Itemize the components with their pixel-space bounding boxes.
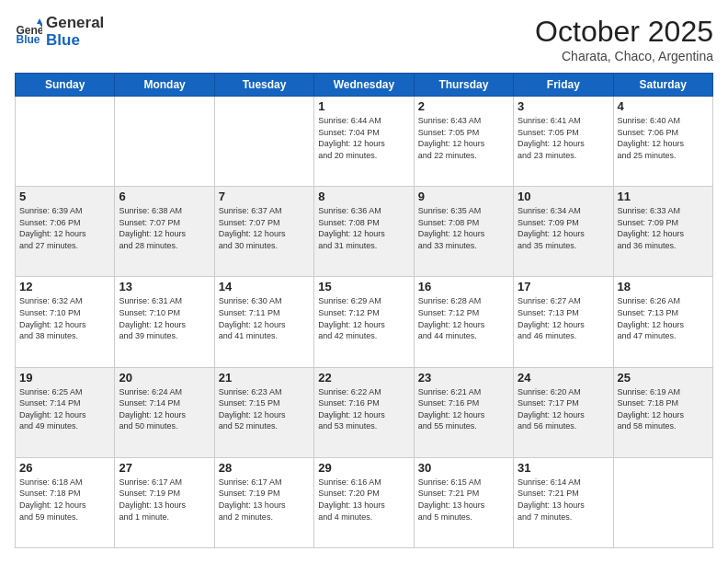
day-number: 21 xyxy=(219,371,310,385)
day-number: 16 xyxy=(418,280,509,293)
day-info: Sunrise: 6:29 AMSunset: 7:12 PMDaylight:… xyxy=(318,295,409,341)
logo-icon: General Blue xyxy=(15,18,42,46)
calendar-cell: 21Sunrise: 6:23 AMSunset: 7:15 PMDayligh… xyxy=(214,367,313,457)
day-number: 4 xyxy=(618,99,709,113)
calendar-cell: 15Sunrise: 6:29 AMSunset: 7:12 PMDayligh… xyxy=(314,277,414,367)
day-number: 10 xyxy=(518,190,609,203)
day-number: 7 xyxy=(219,190,310,203)
day-number: 18 xyxy=(618,280,709,293)
day-info: Sunrise: 6:16 AMSunset: 7:20 PMDaylight:… xyxy=(318,477,409,523)
day-info: Sunrise: 6:24 AMSunset: 7:14 PMDaylight:… xyxy=(119,386,210,432)
day-info: Sunrise: 6:34 AMSunset: 7:09 PMDaylight:… xyxy=(518,205,609,251)
day-info: Sunrise: 6:35 AMSunset: 7:08 PMDaylight:… xyxy=(418,205,509,251)
calendar-cell: 29Sunrise: 6:16 AMSunset: 7:20 PMDayligh… xyxy=(314,457,414,547)
calendar-cell: 8Sunrise: 6:36 AMSunset: 7:08 PMDaylight… xyxy=(314,187,414,277)
day-info: Sunrise: 6:22 AMSunset: 7:16 PMDaylight:… xyxy=(318,386,409,432)
day-info: Sunrise: 6:23 AMSunset: 7:15 PMDaylight:… xyxy=(219,386,310,432)
calendar-cell: 13Sunrise: 6:31 AMSunset: 7:10 PMDayligh… xyxy=(115,277,214,367)
day-info: Sunrise: 6:17 AMSunset: 7:19 PMDaylight:… xyxy=(219,477,310,523)
day-info: Sunrise: 6:39 AMSunset: 7:06 PMDaylight:… xyxy=(19,205,110,251)
day-info: Sunrise: 6:18 AMSunset: 7:18 PMDaylight:… xyxy=(19,477,110,523)
header-wednesday: Wednesday xyxy=(314,74,414,97)
calendar-cell: 18Sunrise: 6:26 AMSunset: 7:13 PMDayligh… xyxy=(613,277,712,367)
calendar-cell: 11Sunrise: 6:33 AMSunset: 7:09 PMDayligh… xyxy=(613,187,712,277)
calendar-cell: 3Sunrise: 6:41 AMSunset: 7:05 PMDaylight… xyxy=(514,97,613,187)
calendar-row: 1Sunrise: 6:44 AMSunset: 7:04 PMDaylight… xyxy=(16,97,713,187)
day-number: 25 xyxy=(618,371,709,385)
day-number: 17 xyxy=(518,280,609,293)
day-info: Sunrise: 6:32 AMSunset: 7:10 PMDaylight:… xyxy=(19,295,110,341)
title-block: October 2025 Charata, Chaco, Argentina xyxy=(535,15,713,63)
calendar-cell: 22Sunrise: 6:22 AMSunset: 7:16 PMDayligh… xyxy=(314,367,414,457)
calendar-cell: 31Sunrise: 6:14 AMSunset: 7:21 PMDayligh… xyxy=(514,457,613,547)
calendar-cell: 28Sunrise: 6:17 AMSunset: 7:19 PMDayligh… xyxy=(214,457,313,547)
month-title: October 2025 xyxy=(535,15,713,49)
day-number: 8 xyxy=(318,190,409,203)
day-info: Sunrise: 6:25 AMSunset: 7:14 PMDaylight:… xyxy=(19,386,110,432)
calendar-cell: 19Sunrise: 6:25 AMSunset: 7:14 PMDayligh… xyxy=(16,367,115,457)
calendar-table: Sunday Monday Tuesday Wednesday Thursday… xyxy=(15,73,713,548)
calendar-row: 5Sunrise: 6:39 AMSunset: 7:06 PMDaylight… xyxy=(16,187,713,277)
day-number: 1 xyxy=(318,99,409,113)
calendar-header-row: Sunday Monday Tuesday Wednesday Thursday… xyxy=(16,74,713,97)
calendar-cell: 30Sunrise: 6:15 AMSunset: 7:21 PMDayligh… xyxy=(414,457,513,547)
calendar-cell xyxy=(214,97,313,187)
day-info: Sunrise: 6:41 AMSunset: 7:05 PMDaylight:… xyxy=(518,115,609,161)
day-number: 19 xyxy=(19,371,110,385)
logo-general: General xyxy=(46,15,104,32)
day-info: Sunrise: 6:28 AMSunset: 7:12 PMDaylight:… xyxy=(418,295,509,341)
calendar-cell: 17Sunrise: 6:27 AMSunset: 7:13 PMDayligh… xyxy=(514,277,613,367)
day-info: Sunrise: 6:27 AMSunset: 7:13 PMDaylight:… xyxy=(518,295,609,341)
day-info: Sunrise: 6:36 AMSunset: 7:08 PMDaylight:… xyxy=(318,205,409,251)
header-friday: Friday xyxy=(514,74,613,97)
calendar-cell: 27Sunrise: 6:17 AMSunset: 7:19 PMDayligh… xyxy=(115,457,214,547)
calendar-cell: 6Sunrise: 6:38 AMSunset: 7:07 PMDaylight… xyxy=(115,187,214,277)
day-info: Sunrise: 6:20 AMSunset: 7:17 PMDaylight:… xyxy=(518,386,609,432)
day-number: 13 xyxy=(119,280,210,293)
logo: General Blue General Blue xyxy=(15,15,104,49)
header-tuesday: Tuesday xyxy=(214,74,313,97)
calendar-cell: 5Sunrise: 6:39 AMSunset: 7:06 PMDaylight… xyxy=(16,187,115,277)
day-info: Sunrise: 6:14 AMSunset: 7:21 PMDaylight:… xyxy=(518,477,609,523)
day-info: Sunrise: 6:19 AMSunset: 7:18 PMDaylight:… xyxy=(618,386,709,432)
calendar-cell: 16Sunrise: 6:28 AMSunset: 7:12 PMDayligh… xyxy=(414,277,513,367)
svg-marker-2 xyxy=(37,18,42,24)
calendar-cell xyxy=(115,97,214,187)
day-number: 31 xyxy=(518,461,609,475)
day-number: 20 xyxy=(119,371,210,385)
day-info: Sunrise: 6:44 AMSunset: 7:04 PMDaylight:… xyxy=(318,115,409,161)
svg-text:Blue: Blue xyxy=(17,33,40,46)
calendar-cell: 26Sunrise: 6:18 AMSunset: 7:18 PMDayligh… xyxy=(16,457,115,547)
calendar-cell: 10Sunrise: 6:34 AMSunset: 7:09 PMDayligh… xyxy=(514,187,613,277)
header-sunday: Sunday xyxy=(16,74,115,97)
day-number: 27 xyxy=(119,461,210,475)
day-number: 11 xyxy=(618,190,709,203)
calendar-cell: 20Sunrise: 6:24 AMSunset: 7:14 PMDayligh… xyxy=(115,367,214,457)
day-number: 5 xyxy=(19,190,110,203)
calendar-cell: 25Sunrise: 6:19 AMSunset: 7:18 PMDayligh… xyxy=(613,367,712,457)
day-number: 3 xyxy=(518,99,609,113)
header-saturday: Saturday xyxy=(613,74,712,97)
day-info: Sunrise: 6:26 AMSunset: 7:13 PMDaylight:… xyxy=(618,295,709,341)
calendar-cell: 24Sunrise: 6:20 AMSunset: 7:17 PMDayligh… xyxy=(514,367,613,457)
day-info: Sunrise: 6:30 AMSunset: 7:11 PMDaylight:… xyxy=(219,295,310,341)
day-info: Sunrise: 6:43 AMSunset: 7:05 PMDaylight:… xyxy=(418,115,509,161)
day-number: 6 xyxy=(119,190,210,203)
calendar-cell: 7Sunrise: 6:37 AMSunset: 7:07 PMDaylight… xyxy=(214,187,313,277)
day-info: Sunrise: 6:33 AMSunset: 7:09 PMDaylight:… xyxy=(618,205,709,251)
day-number: 15 xyxy=(318,280,409,293)
calendar-cell: 4Sunrise: 6:40 AMSunset: 7:06 PMDaylight… xyxy=(613,97,712,187)
header-monday: Monday xyxy=(115,74,214,97)
day-info: Sunrise: 6:31 AMSunset: 7:10 PMDaylight:… xyxy=(119,295,210,341)
calendar-cell: 2Sunrise: 6:43 AMSunset: 7:05 PMDaylight… xyxy=(414,97,513,187)
day-number: 22 xyxy=(318,371,409,385)
day-number: 23 xyxy=(418,371,509,385)
day-number: 26 xyxy=(19,461,110,475)
calendar-row: 26Sunrise: 6:18 AMSunset: 7:18 PMDayligh… xyxy=(16,457,713,547)
day-info: Sunrise: 6:15 AMSunset: 7:21 PMDaylight:… xyxy=(418,477,509,523)
day-number: 30 xyxy=(418,461,509,475)
day-number: 12 xyxy=(19,280,110,293)
day-number: 2 xyxy=(418,99,509,113)
calendar-cell xyxy=(613,457,712,547)
header-thursday: Thursday xyxy=(414,74,513,97)
